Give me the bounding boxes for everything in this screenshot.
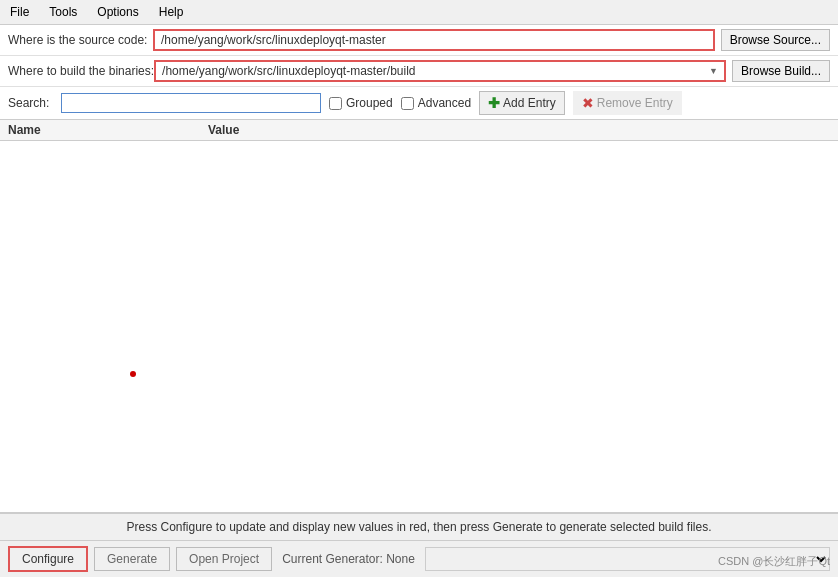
table-content [0,141,838,441]
advanced-checkbox-group: Advanced [401,96,471,110]
col-name-header: Name [8,123,208,137]
source-input[interactable] [153,29,715,51]
main-area: Where is the source code: Browse Source.… [0,25,838,577]
watermark: CSDN @长沙红胖子Qt [718,554,830,569]
remove-entry-label: Remove Entry [597,96,673,110]
open-project-button[interactable]: Open Project [176,547,272,571]
remove-entry-button[interactable]: ✖ Remove Entry [573,91,682,115]
status-text: Press Configure to update and display ne… [0,514,838,541]
bottom-bar: Press Configure to update and display ne… [0,513,838,577]
menubar: File Tools Options Help [0,0,838,25]
configure-button[interactable]: Configure [8,546,88,572]
browse-source-button[interactable]: Browse Source... [721,29,830,51]
search-row: Search: Grouped Advanced ✚ Add Entry ✖ R… [0,87,838,120]
build-combo[interactable]: /home/yang/work/src/linuxdeployqt-master… [154,60,726,82]
build-combo-wrapper: /home/yang/work/src/linuxdeployqt-master… [154,60,726,82]
build-row: Where to build the binaries: /home/yang/… [0,56,838,87]
source-row: Where is the source code: Browse Source.… [0,25,838,56]
col-value-header: Value [208,123,830,137]
grouped-checkbox-group: Grouped [329,96,393,110]
table-area: Name Value [0,120,838,513]
grouped-checkbox[interactable] [329,97,342,110]
advanced-checkbox[interactable] [401,97,414,110]
generate-button[interactable]: Generate [94,547,170,571]
source-label: Where is the source code: [8,33,153,47]
grouped-label: Grouped [346,96,393,110]
remove-icon: ✖ [582,95,594,111]
red-dot-indicator [130,371,136,377]
build-label: Where to build the binaries: [8,64,154,78]
search-label: Search: [8,96,53,110]
menu-help[interactable]: Help [155,3,188,21]
add-icon: ✚ [488,95,500,111]
menu-tools[interactable]: Tools [45,3,81,21]
menu-options[interactable]: Options [93,3,142,21]
add-entry-label: Add Entry [503,96,556,110]
current-generator-label: Current Generator: None [278,552,419,566]
action-row: Configure Generate Open Project Current … [0,541,838,577]
search-input[interactable] [61,93,321,113]
browse-build-button[interactable]: Browse Build... [732,60,830,82]
source-input-wrapper [153,29,715,51]
advanced-label: Advanced [418,96,471,110]
menu-file[interactable]: File [6,3,33,21]
add-entry-button[interactable]: ✚ Add Entry [479,91,565,115]
table-header: Name Value [0,120,838,141]
